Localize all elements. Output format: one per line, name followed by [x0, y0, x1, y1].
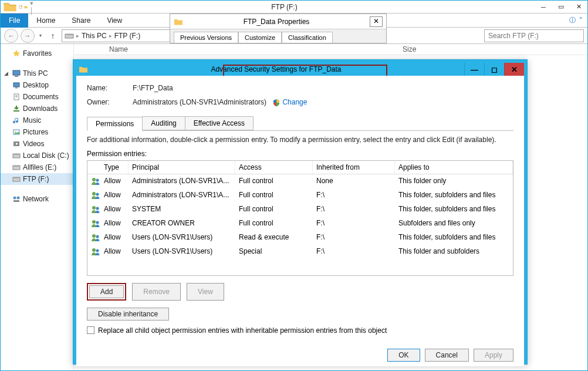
adv-body: Name:F:\FTP_Data Owner: Administrators (… — [76, 76, 524, 366]
file-menu[interactable]: File — [1, 14, 28, 28]
adv-maximize[interactable]: ◻ — [484, 63, 504, 76]
permissions-label: Permission entries: — [87, 150, 513, 158]
col-inherited[interactable]: Inherited from — [313, 161, 395, 174]
sidebar-item[interactable]: Local Disk (C:) — [1, 150, 73, 161]
adv-titlebar[interactable]: Advanced Security Settings for FTP_Data … — [76, 63, 524, 76]
network-label: Network — [23, 195, 49, 203]
col-name[interactable]: Name — [109, 45, 128, 53]
close-button[interactable]: ✕ — [570, 1, 587, 13]
tab-customize[interactable]: Customize — [238, 32, 282, 43]
this-pc-group[interactable]: ◢ This PC — [1, 68, 73, 79]
tab-previous-versions[interactable]: Previous Versions — [174, 32, 238, 43]
permission-row[interactable]: AllowUsers (LON-SVR1\Users)SpecialF:\Thi… — [87, 245, 513, 259]
sidebar-item-label: Allfiles (E:) — [23, 163, 56, 171]
cell-access: Full control — [235, 190, 313, 201]
disable-inheritance-button[interactable]: Disable inheritance — [87, 308, 169, 321]
properties-window[interactable]: FTP_Data Properties ✕ Previous Versions … — [170, 14, 387, 43]
col-principal[interactable]: Principal — [129, 161, 235, 174]
permission-row[interactable]: AllowUsers (LON-SVR1\Users)Read & execut… — [87, 231, 513, 245]
cell-applies: This folder, subfolders and files — [395, 232, 513, 244]
crumb-this-pc[interactable]: This PC — [82, 32, 107, 40]
sidebar-item[interactable]: Videos — [1, 138, 73, 150]
permission-row[interactable]: AllowCREATOR OWNERFull controlF:\Subfold… — [87, 217, 513, 231]
tab-classification[interactable]: Classification — [282, 32, 333, 43]
ribbon-help-icon[interactable]: ⓘ ˄ — [569, 16, 587, 25]
folder-icon — [3, 1, 17, 12]
this-pc-label: This PC — [23, 69, 48, 77]
cell-principal: Administrators (LON-SVR1\A... — [129, 190, 235, 201]
sidebar-item[interactable]: Downloads — [1, 103, 73, 114]
col-type[interactable]: Type — [100, 161, 129, 174]
col-size[interactable]: Size — [403, 45, 416, 53]
cell-access: Read & execute — [235, 232, 313, 244]
replace-label: Replace all child object permission entr… — [98, 326, 387, 335]
minimize-button[interactable]: ─ — [535, 1, 552, 13]
replace-checkbox[interactable] — [87, 326, 94, 334]
pc-icon — [12, 69, 21, 77]
tab-effective-access[interactable]: Effective Access — [185, 116, 254, 130]
tab-auditing[interactable]: Auditing — [142, 116, 185, 130]
forward-button[interactable]: → — [21, 29, 35, 43]
cancel-button[interactable]: Cancel — [425, 349, 469, 362]
sidebar-item[interactable]: Pictures — [1, 126, 73, 138]
crumb-ftp[interactable]: FTP (F:) — [114, 32, 140, 40]
network-group[interactable]: Network — [1, 193, 73, 205]
cell-principal: Users (LON-SVR1\Users) — [129, 232, 235, 244]
permissions-header[interactable]: Type Principal Access Inherited from App… — [87, 161, 513, 174]
search-placeholder: Search FTP (F:) — [488, 32, 539, 40]
cell-access: Full control — [235, 218, 313, 230]
item-icon — [12, 175, 21, 183]
maximize-button[interactable]: ▭ — [552, 1, 570, 13]
up-button[interactable]: ↑ — [46, 29, 59, 42]
adv-close[interactable]: ✕ — [504, 63, 524, 76]
list-header[interactable]: Name — [74, 44, 587, 55]
back-button[interactable]: ← — [4, 29, 18, 43]
advanced-security-window[interactable]: Advanced Security Settings for FTP_Data … — [73, 59, 528, 365]
remove-button[interactable]: Remove — [132, 283, 181, 301]
cell-type: Allow — [100, 176, 129, 187]
tab-permissions[interactable]: Permissions — [87, 117, 143, 131]
svg-rect-7 — [15, 87, 18, 89]
tab-share[interactable]: Share — [63, 14, 99, 27]
permission-row[interactable]: AllowSYSTEMFull controlF:\This folder, s… — [87, 203, 513, 217]
svg-point-30 — [92, 220, 96, 224]
sidebar-item[interactable]: Music — [1, 114, 73, 126]
sidebar-item[interactable]: Documents — [1, 91, 73, 103]
permission-row[interactable]: AllowAdministrators (LON-SVR1\A...Full c… — [87, 188, 513, 203]
sidebar-item[interactable]: FTP (F:) — [1, 173, 73, 185]
view-button[interactable]: View — [187, 283, 224, 301]
cell-type: Allow — [100, 218, 129, 230]
col-access[interactable]: Access — [235, 161, 313, 174]
name-value: F:\FTP_Data — [133, 84, 173, 92]
svg-rect-16 — [13, 154, 20, 155]
sidebar-item[interactable]: Desktop — [1, 79, 73, 91]
permissions-table[interactable]: Type Principal Access Inherited from App… — [87, 160, 513, 276]
svg-rect-11 — [13, 110, 19, 112]
explorer-titlebar[interactable]: ▾ │ FTP (F:) ─ ▭ ✕ — [1, 1, 587, 14]
add-button[interactable]: Add — [89, 285, 124, 298]
tab-home[interactable]: Home — [28, 14, 63, 27]
sidebar-item-label: Desktop — [23, 81, 49, 89]
sidebar-item-label: Music — [23, 116, 41, 124]
svg-point-35 — [96, 249, 99, 252]
permission-row[interactable]: AllowAdministrators (LON-SVR1\A...Full c… — [87, 174, 513, 188]
properties-close[interactable]: ✕ — [370, 16, 383, 27]
svg-rect-6 — [13, 83, 19, 87]
favorites-group[interactable]: Favorites — [1, 48, 73, 59]
apply-button[interactable]: Apply — [474, 349, 513, 362]
history-dropdown[interactable]: ▾ — [37, 33, 44, 38]
cell-type: Allow — [100, 232, 129, 244]
sidebar-item[interactable]: Allfiles (E:) — [1, 161, 73, 173]
ok-button[interactable]: OK — [387, 349, 420, 362]
search-box[interactable]: Search FTP (F:) — [484, 29, 584, 42]
col-applies[interactable]: Applies to — [395, 161, 513, 174]
change-owner-link[interactable]: Change — [282, 98, 307, 106]
adv-minimize[interactable]: — — [464, 63, 484, 76]
tab-view[interactable]: View — [99, 14, 130, 27]
svg-rect-23 — [13, 200, 19, 202]
cell-type: Allow — [100, 246, 129, 258]
nav-pane[interactable]: Favorites ◢ This PC Desktop Documents Do… — [1, 44, 74, 370]
adv-title: Advanced Security Settings for FTP_Data — [88, 65, 464, 73]
folder-icon — [174, 18, 183, 26]
item-icon — [12, 93, 21, 101]
